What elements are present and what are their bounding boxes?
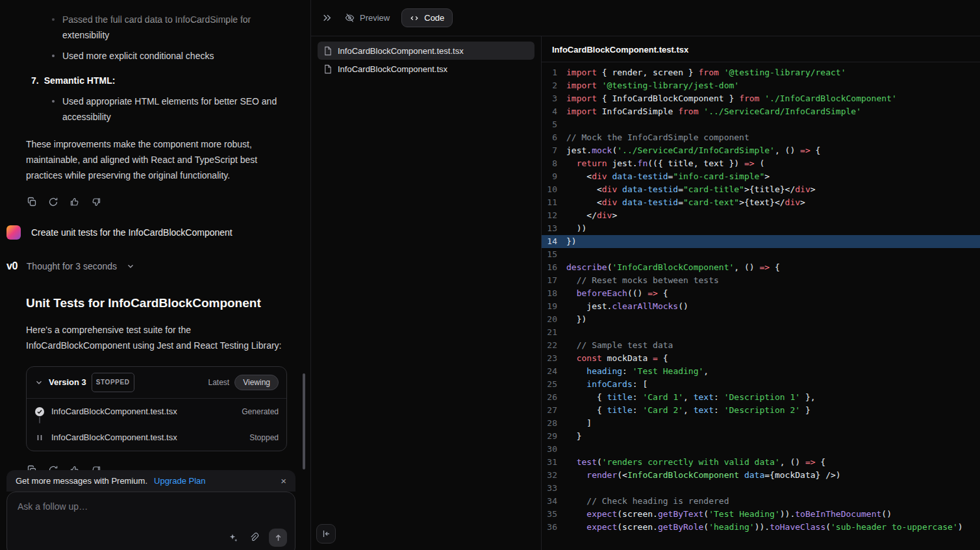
composer: [6, 492, 295, 550]
bullet-text: Used more explicit conditional checks: [62, 51, 214, 61]
file-name: InfoCardBlockComponent.test.tsx: [51, 430, 177, 445]
code-line[interactable]: 12 </div>: [542, 209, 980, 222]
send-button[interactable]: [269, 529, 287, 547]
response-intro: Here's a comprehensive test suite for th…: [26, 322, 291, 353]
code-line[interactable]: 2import '@testing-library/jest-dom': [542, 79, 980, 92]
code-line[interactable]: 36 expect(screen.getByRole('heading')).t…: [542, 521, 980, 534]
code-line[interactable]: 9 <div data-testid="info-card-simple">: [542, 170, 980, 183]
code-line[interactable]: 20 }): [542, 313, 980, 326]
tab-preview[interactable]: Preview: [345, 13, 390, 23]
code-line[interactable]: 31 test('renders correctly with valid da…: [542, 456, 980, 469]
code-line[interactable]: 17 // Reset mocks between tests: [542, 274, 980, 287]
user-message-text: Create unit tests for the InfoCardBlockC…: [31, 225, 232, 240]
code-line[interactable]: 26 { title: 'Card 1', text: 'Description…: [542, 391, 980, 404]
version-files: InfoCardBlockComponent.test.tsx Generate…: [27, 398, 286, 451]
file-list-item[interactable]: InfoCardBlockComponent.tsx: [318, 60, 534, 78]
code-line[interactable]: 6// Mock the InfoCardSimple component: [542, 131, 980, 144]
code-line[interactable]: 8 return jest.fn(({ title, text }) => (: [542, 157, 980, 170]
code-line[interactable]: 19 jest.clearAllMocks(): [542, 300, 980, 313]
thought-toggle[interactable]: v0 Thought for 3 seconds: [6, 258, 291, 274]
collapse-panel-button[interactable]: [316, 524, 336, 544]
response-heading: Unit Tests for InfoCardBlockComponent: [26, 295, 291, 312]
attach-button[interactable]: [248, 532, 260, 544]
numbered-item: 7. Semantic HTML:: [26, 73, 291, 88]
code-line[interactable]: 3import { InfoCardBlockComponent } from …: [542, 92, 980, 105]
code-line[interactable]: 34 // Check heading is rendered: [542, 495, 980, 508]
version-title: Version 3: [49, 375, 86, 390]
list-item: Used appropriate HTML elements for bette…: [49, 94, 291, 125]
expand-chat-button[interactable]: [320, 12, 333, 25]
file-icon: [323, 64, 333, 74]
followup-input[interactable]: [18, 500, 284, 529]
file-list: InfoCardBlockComponent.test.tsx InfoCard…: [311, 36, 541, 550]
code-pane: InfoCardBlockComponent.test.tsx 1import …: [541, 36, 980, 550]
code-line[interactable]: 13 )): [542, 222, 980, 235]
thumbs-up-icon: [69, 197, 80, 207]
viewing-button[interactable]: Viewing: [234, 375, 279, 390]
tab-label: Code: [424, 13, 444, 23]
code-line[interactable]: 23 const mockData = {: [542, 352, 980, 365]
code-file-title: InfoCardBlockComponent.test.tsx: [542, 36, 980, 62]
app-root: Passed the full card data to InfoCardSim…: [0, 0, 980, 550]
code-line[interactable]: 10 <div data-testid="card-title">{title}…: [542, 183, 980, 196]
thought-label: Thought for 3 seconds: [27, 258, 117, 274]
thumbs-down-icon: [91, 197, 101, 207]
code-line[interactable]: 29 }: [542, 430, 980, 443]
chevrons-right-icon: [321, 12, 333, 23]
version-card-header[interactable]: Version 3 STOPPED Latest Viewing: [27, 367, 286, 398]
list-item: Passed the full card data to InfoCardSim…: [49, 12, 291, 43]
chat-panel: Passed the full card data to InfoCardSim…: [0, 0, 310, 550]
thumbs-down-button[interactable]: [90, 196, 102, 208]
file-name: InfoCardBlockComponent.tsx: [338, 64, 447, 74]
code-line[interactable]: 4import InfoCardSimple from '../ServiceC…: [542, 105, 980, 118]
tab-code[interactable]: Code: [401, 8, 453, 27]
code-line[interactable]: 22 // Sample test data: [542, 339, 980, 352]
chevron-down-icon: [126, 262, 135, 271]
code-line[interactable]: 18 beforeEach(() => {: [542, 287, 980, 300]
code-line[interactable]: 11 <div data-testid="card-text">{text}</…: [542, 196, 980, 209]
enhance-button[interactable]: [227, 532, 239, 544]
file-status: Stopped: [249, 430, 279, 445]
code-line[interactable]: 35 expect(screen.getByText('Test Heading…: [542, 508, 980, 521]
timeline-connector: [39, 417, 40, 423]
code-line[interactable]: 14}): [542, 235, 980, 248]
code-line[interactable]: 27 { title: 'Card 2', text: 'Description…: [542, 404, 980, 417]
pause-icon: [34, 432, 45, 443]
upgrade-plan-link[interactable]: Upgrade Plan: [154, 476, 206, 486]
arrow-up-icon: [273, 533, 283, 543]
code-line[interactable]: 33: [542, 482, 980, 495]
bullet-text: Used appropriate HTML elements for bette…: [62, 96, 277, 122]
version-file-row[interactable]: InfoCardBlockComponent.test.tsx Generate…: [27, 399, 286, 425]
regenerate-button[interactable]: [47, 196, 59, 208]
version-card: Version 3 STOPPED Latest Viewing InfoCar…: [26, 366, 287, 451]
chat-scroll-area[interactable]: Passed the full card data to InfoCardSim…: [0, 0, 301, 473]
code-line[interactable]: 32 render(<InfoCardBlockComponent data={…: [542, 469, 980, 482]
code-line[interactable]: 25 infoCards: [: [542, 378, 980, 391]
list-item: Used more explicit conditional checks: [49, 48, 291, 64]
file-list-item[interactable]: InfoCardBlockComponent.test.tsx: [318, 42, 534, 60]
latest-label: Latest: [208, 375, 229, 390]
code-line[interactable]: 5: [542, 118, 980, 131]
file-name: InfoCardBlockComponent.test.tsx: [51, 404, 177, 419]
code-line[interactable]: 21: [542, 326, 980, 339]
code-line[interactable]: 28 ]: [542, 417, 980, 430]
code-line[interactable]: 16describe('InfoCardBlockComponent', () …: [542, 261, 980, 274]
code-line[interactable]: 30: [542, 443, 980, 456]
code-line[interactable]: 7jest.mock('../ServiceCard/InfoCardSimpl…: [542, 144, 980, 157]
code-line[interactable]: 1import { render, screen } from '@testin…: [542, 66, 980, 79]
sparkle-icon: [228, 532, 238, 543]
copy-button[interactable]: [26, 196, 38, 208]
user-avatar: [6, 225, 21, 240]
code-editor[interactable]: 1import { render, screen } from '@testin…: [542, 62, 980, 550]
chevron-down-icon: [34, 378, 44, 387]
thumbs-up-button[interactable]: [69, 196, 81, 208]
scrollbar-thumb[interactable]: [303, 373, 305, 469]
version-file-row[interactable]: InfoCardBlockComponent.test.tsx Stopped: [27, 425, 286, 451]
tab-label: Preview: [360, 13, 390, 23]
code-line[interactable]: 24 heading: 'Test Heading',: [542, 365, 980, 378]
file-status: Generated: [242, 404, 279, 419]
code-line[interactable]: 15: [542, 248, 980, 261]
close-icon[interactable]: ×: [281, 476, 286, 486]
composer-actions: [227, 529, 287, 547]
message-actions: [26, 196, 291, 208]
